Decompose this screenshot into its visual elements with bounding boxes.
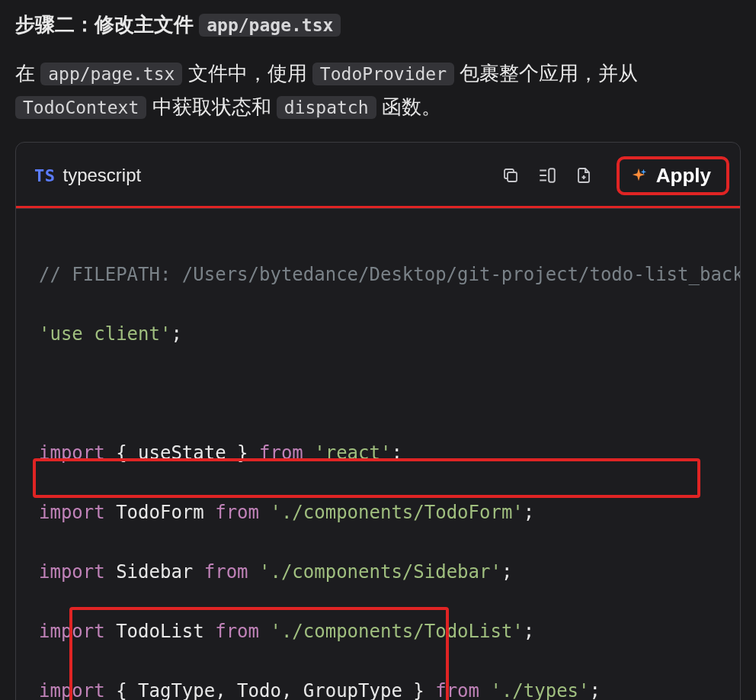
inline-code-dispatch: dispatch: [277, 96, 376, 119]
step-heading: 步骤二：修改主文件 app/page.tsx: [15, 9, 741, 41]
para-text: 函数。: [376, 95, 441, 118]
apply-button-label: Apply: [656, 164, 711, 188]
para-text: 中获取状态和: [146, 95, 276, 118]
language-indicator: TS typescript: [34, 165, 141, 186]
new-file-icon[interactable]: [574, 165, 594, 185]
sparkle-icon: [630, 167, 647, 184]
para-text: 文件中，使用: [182, 62, 312, 85]
para-text: 包裹整个应用，并从: [454, 62, 638, 85]
heading-text: 步骤二：修改主文件: [15, 13, 199, 36]
inline-code-filepath: app/page.tsx: [40, 63, 182, 85]
code-block-header: TS typescript Apply: [16, 143, 740, 209]
instruction-paragraph: 在 app/page.tsx 文件中，使用 TodoProvider 包裹整个应…: [15, 56, 741, 124]
inline-code-todoprovider: TodoProvider: [312, 63, 454, 85]
copy-icon[interactable]: [501, 165, 521, 185]
para-text: 在: [15, 62, 40, 85]
code-body[interactable]: // FILEPATH: /Users/bytedance/Desktop/gi…: [16, 209, 740, 700]
inline-code-todocontext: TodoContext: [15, 96, 146, 119]
language-label: typescript: [63, 165, 142, 186]
code-block: TS typescript Apply // FILEPATH: /Users/…: [15, 142, 741, 700]
apply-button[interactable]: Apply: [617, 156, 729, 195]
heading-inline-code: app/page.tsx: [199, 14, 341, 37]
svg-rect-1: [549, 169, 555, 182]
ts-badge: TS: [34, 166, 56, 185]
svg-rect-0: [508, 172, 517, 181]
insert-at-cursor-icon[interactable]: [537, 165, 557, 185]
code-block-actions: Apply: [501, 156, 722, 195]
